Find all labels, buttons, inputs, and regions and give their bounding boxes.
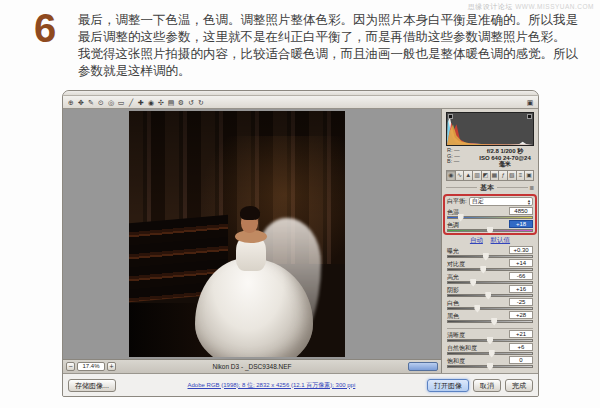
shadow-clipping-indicator[interactable] [448,114,453,119]
slider-handle[interactable] [491,318,497,326]
tab-camera-calibration[interactable]: ▧ [508,170,517,181]
white-balance-row: 白平衡: 自定 ▲▼ [447,197,533,207]
slider-highlights: 高光 -66 [447,273,533,285]
tab-presets[interactable]: ≡ [517,170,526,181]
slider-vibrance: 自然饱和度 +6 [447,344,533,356]
hand-tool-icon[interactable]: ✥ [76,97,86,108]
tab-lens-corrections[interactable]: ▦ [491,170,500,181]
slider-clarity: 清晰度 +21 [447,331,533,343]
exif-info: R: —G: —B: — f/2.8 1/200 秒 ISO 640 24-70… [442,146,538,169]
slider-value-box[interactable]: +14 [509,259,533,267]
graduated-filter-tool-icon[interactable]: ▤ [166,97,176,108]
slider-exposure: 曝光 +0.30 [447,247,533,259]
panel-title: 基本 [477,183,497,193]
highlight-clipping-indicator[interactable] [527,114,532,119]
slider-saturation: 饱和度 0 [447,357,533,369]
watermark-url: WWW.MISSYUAN.COM [515,3,594,10]
rgb-line: B: — [447,159,477,165]
preview-status-bar: − 17.4% + Nikon D3 - _DSC9348.NEF [63,359,441,373]
targeted-adjustment-tool-icon[interactable]: ◎ [106,97,116,108]
workflow-options-link[interactable]: Adobe RGB (1998); 8 位; 2832 x 4256 (12.1… [120,381,423,390]
status-highlight-control[interactable] [408,362,438,371]
red-eye-tool-icon[interactable]: ◉ [146,97,156,108]
panel-header: 基本 ≣ [446,183,534,193]
slider-track[interactable] [447,294,533,297]
photo-bride [189,209,323,357]
white-balance-value: 自定 [472,197,484,206]
step-description: 最后，调整一下色温，色调。调整照片整体色彩。因为照片本身白平衡是准确的。所以我是… [78,12,586,80]
slider-value-box[interactable]: +16 [509,285,533,293]
acr-main: − 17.4% + Nikon D3 - _DSC9348.NEF [63,109,538,373]
panel-menu-icon[interactable]: ≣ [528,184,534,191]
done-button[interactable]: 完成 [505,379,533,392]
slider-value-box[interactable]: -25 [509,298,533,306]
dialog-bottom-bar: 存储图像... Adobe RGB (1998); 8 位; 2832 x 42… [63,373,538,396]
slider-value-box[interactable]: +28 [509,311,533,319]
adjustment-brush-tool-icon[interactable]: ✣ [156,97,166,108]
photo-preview[interactable] [129,111,345,357]
slider-track[interactable] [447,320,533,323]
slider-track[interactable] [447,307,533,310]
rotate-left-tool-icon[interactable]: ↺ [186,97,196,108]
rgb-readout: R: —G: —B: — [447,148,477,168]
slider-track[interactable] [447,281,533,284]
slider-handle[interactable] [487,227,493,235]
histogram-graph [447,113,533,145]
crop-tool-icon[interactable]: ▭ [116,97,126,108]
save-image-button[interactable]: 存储图像... [68,379,116,392]
preview-canvas[interactable] [63,109,441,359]
step-number: 6 [34,8,56,48]
zoom-level-select[interactable]: 17.4% [77,362,105,371]
zoom-in-button[interactable]: + [107,362,116,371]
slider-track[interactable] [447,268,533,271]
white-balance-select[interactable]: 自定 ▲▼ [469,197,533,206]
preferences-tool-icon[interactable]: ⚙ [176,97,186,108]
zoom-tool-icon[interactable]: ⊕ [66,97,76,108]
slider-track[interactable] [447,352,533,355]
panel-divider [447,328,533,329]
tab-effects[interactable]: ƒ [499,170,508,181]
slider-value-box[interactable]: -66 [509,272,533,280]
adjustments-panel: R: —G: —B: — f/2.8 1/200 秒 ISO 640 24-70… [441,109,538,373]
slider-track[interactable] [447,216,533,219]
slider-value-box[interactable]: +21 [509,330,533,338]
slider-track[interactable] [447,365,533,368]
color-sampler-tool-icon[interactable]: ⊙ [96,97,106,108]
auto-link[interactable]: 自动 [470,236,483,243]
fullscreen-toggle-icon[interactable]: ▣ [525,97,535,108]
tab-split-toning[interactable]: ◩ [482,170,491,181]
white-balance-tool-icon[interactable]: ✎ [86,97,96,108]
slider-value-box[interactable]: +6 [509,343,533,351]
slider-track[interactable] [447,255,533,258]
tab-detail[interactable]: ▲ [464,170,473,181]
shot-info: f/2.8 1/200 秒 ISO 640 24-70@24 毫米 [477,148,533,168]
cancel-button[interactable]: 取消 [473,379,501,392]
slider-value-box[interactable]: 4850 [509,207,533,215]
slider-blacks: 黑色 +28 [447,312,533,324]
slider-track[interactable] [447,229,533,232]
image-filename: Nikon D3 - _DSC9348.NEF [63,363,441,370]
slider-value-box[interactable]: +18 [509,220,533,228]
panel-tabs: ◉∿▲▥◩▦ƒ▧≡▣ [446,170,534,181]
basic-panel-body: 白平衡: 自定 ▲▼ 色温 4850 色调 +18 自动 默认值 [442,193,538,369]
tab-hsl-grayscale[interactable]: ▥ [473,170,482,181]
slider-temperature: 色温 4850 [447,208,533,220]
tab-tone-curve[interactable]: ∿ [456,170,465,181]
default-link[interactable]: 默认值 [491,236,511,243]
spot-removal-tool-icon[interactable]: ✚ [136,97,146,108]
tab-basic[interactable]: ◉ [446,170,456,181]
slider-shadows: 阴影 +16 [447,286,533,298]
slider-handle[interactable] [487,363,493,371]
slider-value-box[interactable]: 0 [509,356,533,364]
preview-column: − 17.4% + Nikon D3 - _DSC9348.NEF [63,109,441,373]
histogram [446,112,534,146]
rotate-right-tool-icon[interactable]: ↻ [196,97,206,108]
tab-snapshots[interactable]: ▣ [525,170,534,181]
slider-whites: 白色 -25 [447,299,533,311]
open-image-button[interactable]: 打开图像 [427,379,469,392]
straighten-tool-icon[interactable]: ╱ [126,97,136,108]
step-paragraph-1: 最后，调整一下色温，色调。调整照片整体色彩。因为照片本身白平衡是准确的。所以我是… [78,12,586,46]
zoom-out-button[interactable]: − [66,362,75,371]
slider-value-box[interactable]: +0.30 [509,246,533,254]
slider-track[interactable] [447,339,533,342]
